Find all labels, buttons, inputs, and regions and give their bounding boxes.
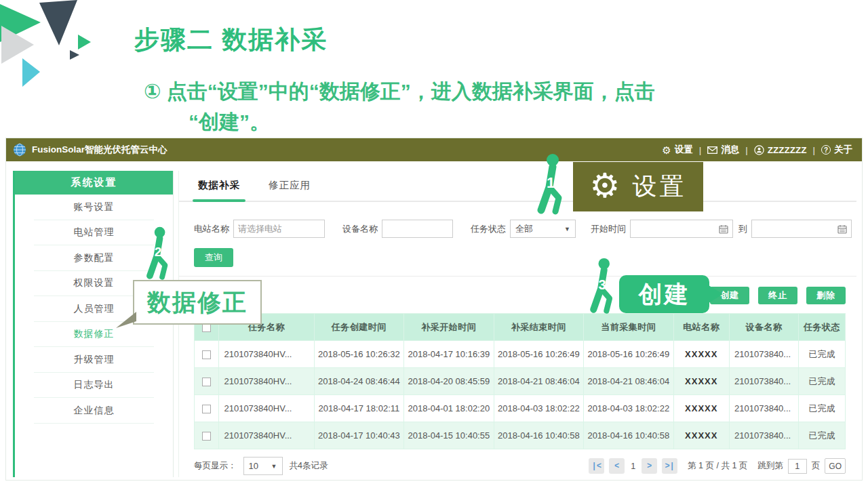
jump-label: 跳到第: [757, 460, 783, 472]
action-button-row: 创建 终止 删除: [179, 287, 846, 304]
cell-device-name: 2101073840...: [730, 422, 799, 449]
cell-current-collect: 2018-04-16 10:40:58: [584, 422, 673, 449]
delete-button[interactable]: 删除: [806, 287, 846, 304]
create-callout: 创建: [619, 275, 709, 313]
step-number: 3: [599, 277, 606, 292]
row-checkbox[interactable]: [202, 378, 211, 386]
table-row: 2101073840HV... 2018-04-17 18:02:11 2018…: [195, 395, 846, 422]
callout-pointer: [116, 309, 138, 329]
col-created-time: 任务创建时间: [314, 314, 403, 341]
end-time-input[interactable]: [751, 220, 852, 238]
menu-item-settings[interactable]: ⚙ 设置: [662, 144, 692, 156]
gear-icon: ⚙: [662, 145, 671, 155]
per-page-value: 10: [249, 461, 258, 471]
query-button[interactable]: 查询: [194, 248, 233, 267]
brand-title: FusionSolar智能光伏托管云中心: [32, 144, 167, 156]
station-name-input[interactable]: [233, 220, 325, 238]
start-time-input[interactable]: [630, 220, 733, 238]
cell-created-time: 2018-04-24 08:46:44: [314, 368, 403, 395]
total-records-text: 共4条记录: [290, 460, 328, 472]
gear-icon: ⚙: [590, 169, 620, 203]
mail-icon: [707, 146, 717, 154]
help-icon: ?: [821, 145, 831, 155]
cell-task-name: 2101073840HV...: [219, 341, 314, 368]
cell-recollect-end: 2018-04-21 08:46:04: [494, 368, 583, 395]
divider: [179, 276, 856, 277]
menu-item-messages[interactable]: 消息: [707, 144, 739, 156]
per-page-select[interactable]: 10 ▼: [243, 457, 283, 475]
data-correction-callout-label: 数据修正: [147, 287, 248, 319]
pagination-left: 每页显示： 10 ▼ 共4条记录: [194, 457, 328, 475]
jump-page-input[interactable]: [788, 459, 807, 474]
row-checkbox[interactable]: [202, 432, 211, 441]
calendar-icon: [837, 224, 847, 234]
cell-recollect-start: 2018-04-20 08:45:59: [404, 368, 494, 395]
current-page-number: 1: [629, 462, 637, 471]
prev-page-button[interactable]: <: [609, 458, 625, 474]
task-status-select[interactable]: 全部 ▼: [510, 220, 576, 238]
pagination-right: |< < 1 > >| 第 1 页 / 共 1 页 跳到第 页 GO: [589, 458, 846, 474]
instruction-line-2: “创建”。: [189, 106, 655, 137]
first-page-button[interactable]: |<: [589, 458, 604, 474]
user-icon: [754, 145, 764, 155]
cell-recollect-start: 2018-04-17 10:16:39: [404, 341, 494, 368]
col-recollect-end: 补采结束时间: [494, 314, 583, 341]
tab-data-recollection[interactable]: 数据补采: [198, 179, 240, 201]
cell-station-name: XXXXX: [673, 368, 730, 395]
cell-task-name: 2101073840HV...: [219, 395, 314, 422]
table-header-row: 任务名称 任务创建时间 补采开始时间 补采结束时间 当前采集时间 电站名称 设备…: [195, 314, 846, 341]
per-page-label: 每页显示：: [194, 460, 237, 472]
table-row: 2101073840HV... 2018-05-16 10:26:32 2018…: [195, 341, 846, 368]
cell-recollect-start: 2018-04-01 18:02:20: [404, 395, 494, 422]
menu-separator: |: [812, 145, 815, 155]
menu-item-account[interactable]: ZZZZZZZ: [754, 145, 807, 155]
cell-task-status: 已完成: [798, 422, 845, 449]
cell-task-name: 2101073840HV...: [219, 422, 314, 449]
cell-task-status: 已完成: [798, 341, 845, 368]
row-checkbox[interactable]: [202, 350, 211, 359]
chevron-down-icon: ▼: [564, 226, 570, 232]
table-row: 2101073840HV... 2018-04-24 08:46:44 2018…: [195, 368, 846, 395]
settings-callout: ⚙ 设置: [573, 162, 703, 211]
sidebar-item-enterprise-info[interactable]: 企业信息: [15, 398, 173, 424]
cell-current-collect: 2018-04-03 18:02:22: [584, 395, 673, 422]
row-checkbox[interactable]: [202, 405, 211, 413]
sidebar-item-account-settings[interactable]: 账号设置: [15, 195, 173, 220]
walking-person-1-icon: 1: [533, 153, 568, 216]
pagination-bar: 每页显示： 10 ▼ 共4条记录 |< < 1 > >| 第 1 页 / 共 1: [194, 457, 846, 475]
device-name-label: 设备名称: [342, 223, 378, 235]
tab-correction-apply[interactable]: 修正应用: [269, 179, 311, 201]
create-callout-label: 创建: [639, 279, 690, 310]
sidebar-item-data-correction[interactable]: 数据修正: [15, 322, 173, 348]
device-name-input[interactable]: [382, 220, 453, 238]
cell-created-time: 2018-04-17 18:02:11: [314, 395, 403, 422]
walking-person-2-icon: 2: [144, 226, 172, 281]
sidebar-item-log-export[interactable]: 日志导出: [15, 373, 173, 399]
cell-created-time: 2018-05-16 10:26:32: [314, 341, 403, 368]
cell-current-collect: 2018-04-21 08:46:04: [584, 368, 673, 395]
cell-device-name: 2101073840...: [730, 341, 799, 368]
col-current-collect: 当前采集时间: [584, 314, 673, 341]
sidebar-header: 系统设置: [15, 171, 173, 195]
menu-item-settings-label: 设置: [675, 144, 693, 156]
cell-task-status: 已完成: [798, 395, 845, 422]
cell-recollect-end: 2018-04-16 10:40:58: [494, 422, 583, 449]
menu-separator: |: [699, 145, 702, 155]
cell-device-name: 2101073840...: [730, 368, 799, 395]
cell-recollect-end: 2018-04-03 18:02:22: [494, 395, 583, 422]
menu-item-about[interactable]: ? 关于: [821, 144, 852, 156]
start-time-label: 开始时间: [591, 223, 626, 235]
filter-bar: 电站名称 设备名称 任务状态 全部 ▼ 开始时间: [194, 220, 856, 238]
cell-station-name: XXXXX: [673, 422, 730, 449]
last-page-button[interactable]: >|: [662, 458, 677, 474]
cell-task-status: 已完成: [798, 368, 845, 395]
go-button[interactable]: GO: [825, 458, 846, 474]
corner-triangles-decoration: [0, 0, 136, 129]
menu-separator: |: [745, 145, 748, 155]
sidebar-item-upgrade-management[interactable]: 升级管理: [15, 347, 173, 373]
next-page-button[interactable]: >: [642, 458, 657, 474]
table-row: 2101073840HV... 2018-04-17 10:40:43 2018…: [195, 422, 846, 449]
terminate-button[interactable]: 终止: [758, 287, 797, 304]
chevron-down-icon: ▼: [271, 463, 277, 470]
col-device-name: 设备名称: [730, 314, 799, 341]
